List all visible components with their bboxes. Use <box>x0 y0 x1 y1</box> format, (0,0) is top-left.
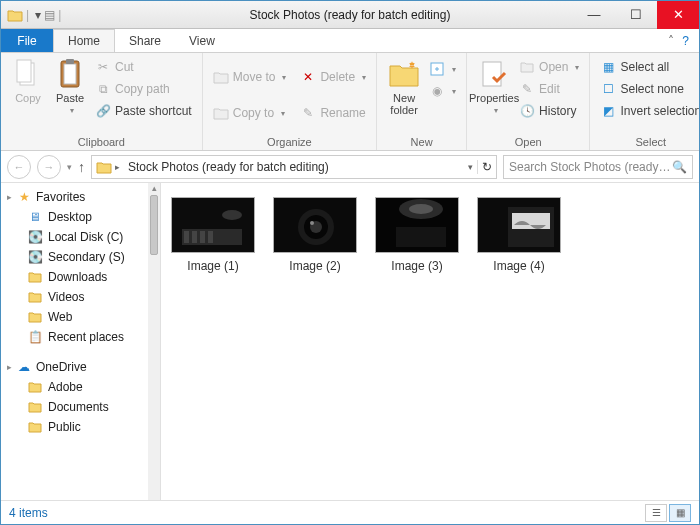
close-button[interactable]: ✕ <box>657 1 699 29</box>
scroll-thumb[interactable] <box>150 195 158 255</box>
nav-recent[interactable]: 📋Recent places <box>1 327 148 347</box>
nav-secondary-s[interactable]: 💽Secondary (S) <box>1 247 148 267</box>
copy-path-button[interactable]: ⧉Copy path <box>91 78 196 100</box>
delete-button[interactable]: ✕Delete▾ <box>296 66 370 88</box>
group-open: Properties ▾ Open▾ ✎Edit 🕓History Open <box>467 53 590 150</box>
rename-icon: ✎ <box>300 105 316 121</box>
svg-rect-1 <box>17 60 31 82</box>
open-button[interactable]: Open▾ <box>515 56 583 78</box>
nav-desktop[interactable]: 🖥Desktop <box>1 207 148 227</box>
folder-icon <box>27 379 43 395</box>
explorer-body: ▸ ★ Favorites 🖥Desktop 💽Local Disk (C) 💽… <box>1 183 699 500</box>
onedrive-icon: ☁ <box>16 359 32 375</box>
desktop-icon: 🖥 <box>27 209 43 225</box>
move-to-button[interactable]: Move to▾ <box>209 66 291 88</box>
select-all-button[interactable]: ▦Select all <box>596 56 700 78</box>
tab-file[interactable]: File <box>1 29 53 52</box>
svg-point-21 <box>409 204 433 214</box>
cut-button[interactable]: ✂Cut <box>91 56 196 78</box>
qat-overflow-icon[interactable]: ▤ <box>44 8 55 22</box>
svg-rect-25 <box>512 213 550 229</box>
select-none-button[interactable]: ☐Select none <box>596 78 700 100</box>
paste-icon <box>54 58 86 90</box>
nav-downloads[interactable]: Downloads <box>1 267 148 287</box>
recent-locations-icon[interactable]: ▾ <box>67 162 72 172</box>
group-organize: Move to▾ Copy to▾ ✕Delete▾ ✎Rename Organ… <box>203 53 377 150</box>
tab-view[interactable]: View <box>175 29 229 52</box>
file-label: Image (2) <box>289 259 340 273</box>
paste-button[interactable]: Paste ▾ <box>49 56 91 115</box>
select-none-icon: ☐ <box>600 81 616 97</box>
address-dropdown-icon[interactable]: ▾ <box>468 162 473 172</box>
rename-button[interactable]: ✎Rename <box>296 102 370 124</box>
properties-button[interactable]: Properties ▾ <box>473 56 515 115</box>
title-bar: | ▾ ▤ | Stock Photos (ready for batch ed… <box>1 1 699 29</box>
file-item[interactable]: Image (1) <box>171 197 255 273</box>
qat-dropdown-icon[interactable]: ▾ <box>35 8 41 22</box>
thumbnail <box>273 197 357 253</box>
navigation-pane: ▸ ★ Favorites 🖥Desktop 💽Local Disk (C) 💽… <box>1 183 161 500</box>
file-label: Image (4) <box>493 259 544 273</box>
copy-to-button[interactable]: Copy to▾ <box>209 102 291 124</box>
nav-local-c[interactable]: 💽Local Disk (C) <box>1 227 148 247</box>
svg-rect-9 <box>184 231 189 243</box>
forward-button[interactable]: → <box>37 155 61 179</box>
back-button[interactable]: ← <box>7 155 31 179</box>
folder-icon <box>27 309 43 325</box>
folder-icon <box>27 269 43 285</box>
up-button[interactable]: ↑ <box>78 159 85 175</box>
properties-icon <box>478 58 510 90</box>
folder-icon <box>27 289 43 305</box>
ribbon-collapse-icon[interactable]: ˄ <box>668 34 674 48</box>
quick-access-toolbar: | ▾ ▤ | <box>1 8 61 22</box>
new-item-button[interactable]: ▾ <box>425 58 460 80</box>
folder-icon <box>27 399 43 415</box>
ribbon-tabs: File Home Share View ˄ ? <box>1 29 699 53</box>
chevron-down-icon: ▾ <box>70 106 74 115</box>
file-list[interactable]: Image (1) Image (2) Image (3) Image (4) <box>161 183 699 500</box>
invert-selection-button[interactable]: ◩Invert selection <box>596 100 700 122</box>
file-item[interactable]: Image (3) <box>375 197 459 273</box>
scroll-up-icon[interactable]: ▴ <box>152 183 157 193</box>
new-item-icon <box>429 61 445 77</box>
copy-button[interactable]: Copy <box>7 56 49 104</box>
thumbnail <box>171 197 255 253</box>
ribbon: Copy Paste ▾ ✂Cut ⧉Copy path 🔗Paste shor… <box>1 53 699 151</box>
edit-button[interactable]: ✎Edit <box>515 78 583 100</box>
details-view-button[interactable]: ☰ <box>645 504 667 522</box>
drive-icon: 💽 <box>27 229 43 245</box>
easy-access-button[interactable]: ◉▾ <box>425 80 460 102</box>
move-icon <box>213 69 229 85</box>
nav-public[interactable]: Public <box>1 417 148 437</box>
paste-shortcut-button[interactable]: 🔗Paste shortcut <box>91 100 196 122</box>
refresh-icon[interactable]: ↻ <box>482 160 492 174</box>
star-icon: ★ <box>16 189 32 205</box>
nav-documents[interactable]: Documents <box>1 397 148 417</box>
svg-rect-4 <box>66 59 74 64</box>
help-icon[interactable]: ? <box>682 34 689 48</box>
search-box[interactable]: Search Stock Photos (ready fo... 🔍 <box>503 155 693 179</box>
file-label: Image (3) <box>391 259 442 273</box>
history-button[interactable]: 🕓History <box>515 100 583 122</box>
maximize-button[interactable]: ☐ <box>615 1 657 29</box>
status-bar: 4 items ☰ ▦ <box>1 500 699 524</box>
tab-home[interactable]: Home <box>53 29 115 52</box>
address-box[interactable]: ▸ Stock Photos (ready for batch editing)… <box>91 155 497 179</box>
icons-view-button[interactable]: ▦ <box>669 504 691 522</box>
tab-share[interactable]: Share <box>115 29 175 52</box>
onedrive-header[interactable]: ▸ ☁ OneDrive <box>1 357 148 377</box>
search-icon: 🔍 <box>672 160 687 174</box>
new-folder-button[interactable]: New folder <box>383 56 425 116</box>
favorites-header[interactable]: ▸ ★ Favorites <box>1 187 148 207</box>
nav-scrollbar[interactable]: ▴ <box>148 183 160 500</box>
folder-icon <box>96 159 112 175</box>
nav-web[interactable]: Web <box>1 307 148 327</box>
file-item[interactable]: Image (4) <box>477 197 561 273</box>
minimize-button[interactable]: — <box>573 1 615 29</box>
window-buttons: — ☐ ✕ <box>573 1 699 29</box>
nav-videos[interactable]: Videos <box>1 287 148 307</box>
thumbnail <box>477 197 561 253</box>
file-item[interactable]: Image (2) <box>273 197 357 273</box>
folder-icon <box>27 419 43 435</box>
nav-adobe[interactable]: Adobe <box>1 377 148 397</box>
